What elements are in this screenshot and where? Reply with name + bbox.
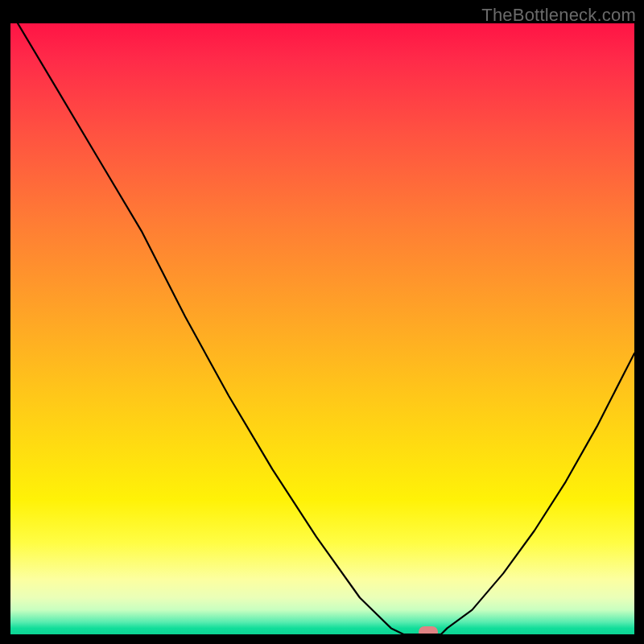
chart-frame: TheBottleneck.com [0, 0, 644, 644]
plot-area [10, 23, 634, 634]
bottleneck-curve [10, 23, 634, 634]
watermark-label: TheBottleneck.com [481, 5, 636, 26]
